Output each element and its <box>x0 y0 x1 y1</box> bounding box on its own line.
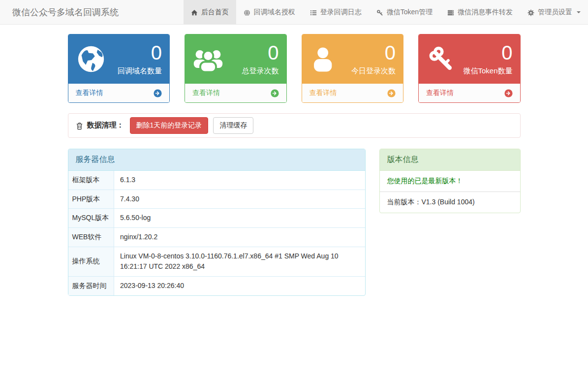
nav-item-dashboard[interactable]: 后台首页 <box>184 0 236 24</box>
stat-label: 总登录次数 <box>224 66 279 76</box>
top-navbar: 微信公众号多域名回调系统 后台首页 回调域名授权 登录回调日志 微信Token管… <box>0 0 588 25</box>
arrow-circle-right-icon <box>271 89 279 97</box>
clear-cache-button[interactable]: 清理缓存 <box>213 117 253 134</box>
main-content: 0 回调域名数量 查看详情 0 总登录次数 <box>61 34 528 296</box>
caret-down-icon <box>577 11 581 13</box>
server-info-panel: 服务器信息 框架版本 6.1.3 PHP版本 7.4.30 MySQL版本 5.… <box>68 149 366 296</box>
version-info-panel: 版本信息 您使用的已是最新版本！ 当前版本：V1.3 (Build 1004) <box>379 149 521 213</box>
stat-value: 0 <box>107 43 162 63</box>
table-row: PHP版本 7.4.30 <box>68 190 365 209</box>
key-icon <box>376 8 383 16</box>
stat-label: 今日登录次数 <box>341 66 396 76</box>
nav-item-token-manage[interactable]: 微信Token管理 <box>369 0 440 24</box>
arrow-circle-right-icon <box>504 89 513 97</box>
list-icon <box>310 8 317 16</box>
stat-label: 回调域名数量 <box>107 66 162 76</box>
data-cleanup-panel: 数据清理： 删除1天前的登录记录 清理缓存 <box>68 113 521 138</box>
user-icon <box>309 44 341 74</box>
stat-value: 0 <box>458 43 513 63</box>
table-row: 框架版本 6.1.3 <box>68 171 365 190</box>
info-panels-row: 服务器信息 框架版本 6.1.3 PHP版本 7.4.30 MySQL版本 5.… <box>68 149 521 296</box>
stat-card-today-logins: 0 今日登录次数 查看详情 <box>302 34 404 103</box>
stat-label: 微信Token数量 <box>458 66 513 76</box>
trash-icon <box>76 121 83 130</box>
key-icon <box>426 44 458 74</box>
app-brand[interactable]: 微信公众号多域名回调系统 <box>12 0 119 24</box>
nav-item-msg-forward[interactable]: 微信消息事件转发 <box>440 0 520 24</box>
globe-icon <box>244 8 250 16</box>
table-row: 服务器时间 2023-09-13 20:26:40 <box>68 277 365 295</box>
view-details-link[interactable]: 查看详情 <box>419 84 520 102</box>
table-row: MySQL版本 5.6.50-log <box>68 209 365 228</box>
main-nav: 后台首页 回调域名授权 登录回调日志 微信Token管理 微信消息事件转发 <box>184 0 588 24</box>
nav-item-domain-auth[interactable]: 回调域名授权 <box>236 0 303 24</box>
home-icon <box>191 8 198 16</box>
server-info-title: 服务器信息 <box>68 149 365 171</box>
arrow-circle-right-icon <box>154 89 162 97</box>
version-info-title: 版本信息 <box>380 149 520 171</box>
stat-value: 0 <box>341 43 396 63</box>
stat-value: 0 <box>224 43 279 63</box>
view-details-link[interactable]: 查看详情 <box>185 84 286 102</box>
version-status-message: 您使用的已是最新版本！ <box>380 171 520 192</box>
stat-cards-row: 0 回调域名数量 查看详情 0 总登录次数 <box>68 34 521 103</box>
stat-card-token-count: 0 微信Token数量 查看详情 <box>418 34 521 103</box>
globe-icon <box>76 44 107 74</box>
view-details-link[interactable]: 查看详情 <box>68 84 170 102</box>
nav-item-login-log[interactable]: 登录回调日志 <box>303 0 369 24</box>
users-icon <box>192 44 224 74</box>
arrow-circle-right-icon <box>387 89 396 97</box>
gear-icon <box>527 8 534 16</box>
data-cleanup-label: 数据清理： <box>76 121 124 130</box>
stat-card-total-logins: 0 总登录次数 查看详情 <box>185 34 287 103</box>
delete-old-logs-button[interactable]: 删除1天前的登录记录 <box>130 117 209 134</box>
server-info-table: 框架版本 6.1.3 PHP版本 7.4.30 MySQL版本 5.6.50-l… <box>68 171 365 295</box>
table-row: WEB软件 nginx/1.20.2 <box>68 227 365 247</box>
current-version-text: 当前版本：V1.3 (Build 1004) <box>380 192 520 213</box>
table-row: 操作系统 Linux VM-0-8-centos 3.10.0-1160.76.… <box>68 247 365 276</box>
nav-item-admin-settings[interactable]: 管理员设置 <box>520 0 588 24</box>
view-details-link[interactable]: 查看详情 <box>302 84 403 102</box>
server-icon <box>447 8 454 16</box>
stat-card-callback-domains: 0 回调域名数量 查看详情 <box>68 34 170 103</box>
